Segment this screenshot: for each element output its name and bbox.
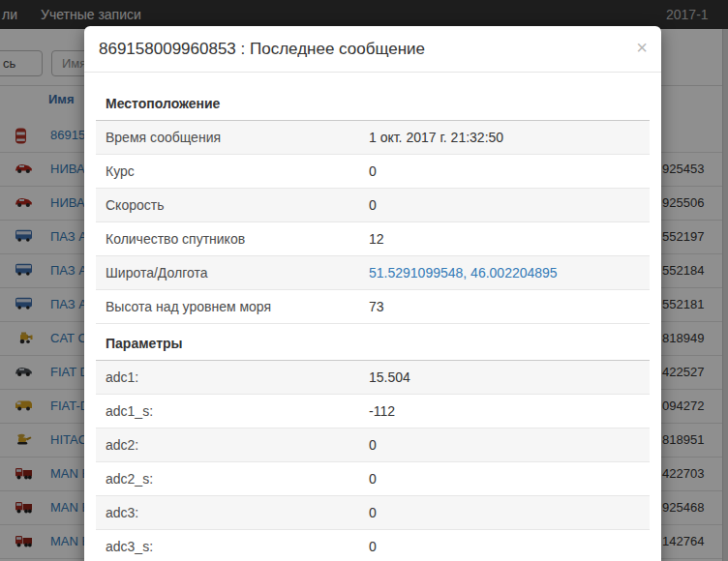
property-value: 73 <box>369 290 384 323</box>
property-row: adc2: 0 <box>96 428 650 462</box>
property-row: adc3: 0 <box>96 496 650 530</box>
property-label: Широта/Долгота <box>106 256 369 289</box>
property-value: 0 <box>369 189 377 221</box>
property-label: Скорость <box>106 189 369 221</box>
property-row: adc1: 15.504 <box>96 361 650 395</box>
property-row: adc1_s: -112 <box>96 395 650 428</box>
property-row: adc3_s: 0 <box>96 530 650 561</box>
app-viewport: ли Учетные записи 2017-1 сь Имя Имя 8691… <box>0 0 728 561</box>
property-row: Скорость 0 <box>96 189 650 222</box>
coordinates-link[interactable]: 51.5291099548, 46.002204895 <box>369 256 558 289</box>
property-value: 0 <box>369 530 377 561</box>
property-value: 0 <box>369 428 377 461</box>
property-row: Время сообщения 1 окт. 2017 г. 21:32:50 <box>96 121 650 155</box>
dialog-header: 869158009960853 : Последнее сообщение × <box>84 26 661 73</box>
property-row: Местоположение <box>96 84 650 121</box>
property-value: 0 <box>369 155 377 188</box>
property-label: Высота над уровнем моря <box>106 290 369 323</box>
property-value: 15.504 <box>369 361 410 394</box>
property-row: adc2_s: 0 <box>96 462 650 496</box>
property-value: -112 <box>369 395 395 428</box>
property-label: Время сообщения <box>106 121 369 154</box>
dialog-body: Местоположение Время сообщения 1 окт. 20… <box>84 73 661 561</box>
property-value: 12 <box>369 222 384 255</box>
last-message-dialog: 869158009960853 : Последнее сообщение × … <box>84 26 661 561</box>
dialog-title: 869158009960853 : Последнее сообщение <box>99 26 425 73</box>
property-value: 1 окт. 2017 г. 21:32:50 <box>369 121 503 154</box>
property-label: adc1_s: <box>106 395 369 428</box>
property-row: Количество спутников 12 <box>96 222 650 256</box>
close-icon[interactable]: × <box>636 34 648 61</box>
property-row: Параметры <box>96 324 650 361</box>
property-label: Количество спутников <box>106 222 369 255</box>
property-value: 0 <box>369 462 377 495</box>
property-label: Параметры <box>106 324 640 360</box>
property-value: 0 <box>369 496 377 529</box>
property-row: Широта/Долгота 51.5291099548, 46.0022048… <box>96 256 650 290</box>
property-label: adc3_s: <box>106 530 369 561</box>
property-label: adc3: <box>106 496 369 529</box>
property-label: adc1: <box>106 361 369 394</box>
property-row: Высота над уровнем моря 73 <box>96 290 650 324</box>
property-label: Местоположение <box>106 84 640 120</box>
property-label: Курс <box>106 155 369 188</box>
property-label: adc2_s: <box>106 462 369 495</box>
property-row: Курс 0 <box>96 155 650 189</box>
property-label: adc2: <box>106 428 369 461</box>
